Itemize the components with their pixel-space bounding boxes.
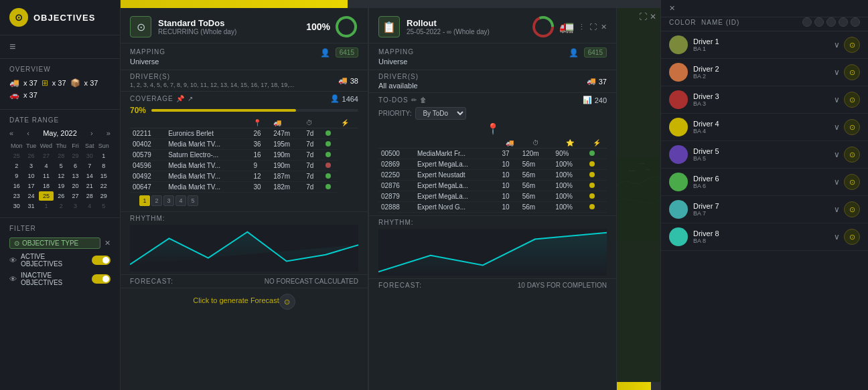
cal-day[interactable]: 25 (9, 151, 24, 161)
cal-prev-prev[interactable]: « (9, 129, 13, 137)
cal-day[interactable]: 12 (54, 171, 68, 181)
priority-select[interactable]: By ToDo By Driver By Date (415, 107, 466, 120)
todo-row[interactable]: 00500 MediaMarkt Fr... 37 120m 90% (378, 149, 607, 159)
coverage-row[interactable]: 00402 Media Markt TV... 36 195m 7d (130, 139, 358, 150)
cal-day[interactable]: 8 (97, 161, 111, 171)
trash-icon[interactable]: 🗑 (420, 96, 427, 104)
cal-day[interactable]: 28 (83, 191, 96, 201)
generate-forecast-btn[interactable]: Click to generate Forecast ⊙ (121, 288, 368, 312)
expand-icon[interactable]: ∨ (834, 122, 840, 132)
map-expand-icon[interactable]: ⛶ (639, 12, 647, 21)
cal-day[interactable]: 29 (97, 191, 111, 201)
cal-day[interactable]: 1 (97, 151, 111, 161)
driver-row[interactable]: Driver 4 BA 4 ∨ ⊙ (661, 114, 868, 141)
driver-action-icon[interactable]: ⊙ (844, 92, 860, 108)
coverage-row[interactable]: 02211 Euronics Berlet 26 247m 7d (130, 128, 358, 139)
cal-day[interactable]: 18 (39, 181, 54, 191)
page-3[interactable]: 3 (163, 195, 174, 206)
page-4[interactable]: 4 (175, 195, 186, 206)
cal-day[interactable]: 3 (25, 161, 38, 171)
cal-day[interactable]: 5 (54, 161, 68, 171)
cal-day[interactable]: 27 (39, 151, 54, 161)
cal-day[interactable]: 22 (97, 181, 111, 191)
expand-icon[interactable]: ∨ (834, 205, 840, 214)
active-objectives-toggle[interactable] (92, 256, 111, 265)
driver-row[interactable]: Driver 7 BA 7 ∨ ⊙ (661, 196, 868, 223)
driver-action-icon[interactable]: ⊙ (844, 229, 860, 245)
cal-day[interactable]: 31 (25, 201, 38, 211)
close-right-icon[interactable]: ✕ (669, 4, 675, 13)
driver-action-icon[interactable]: ⊙ (844, 174, 860, 190)
cal-day[interactable]: 1 (39, 201, 54, 211)
cal-day[interactable]: 16 (9, 181, 24, 191)
objective-type-tag[interactable]: ⊙ OBJECTIVE TYPE (9, 237, 100, 249)
cal-day[interactable]: 3 (68, 201, 82, 211)
cal-day[interactable]: 14 (83, 171, 96, 181)
page-5[interactable]: 5 (188, 195, 198, 206)
cal-day[interactable]: 11 (39, 171, 54, 181)
page-2[interactable]: 2 (151, 195, 162, 206)
expand-icon[interactable]: ∨ (834, 95, 840, 104)
map-close-icon[interactable]: ✕ (650, 12, 656, 21)
coverage-row[interactable]: 00492 Media Markt TV... 12 187m 7d (130, 171, 358, 182)
menu-button[interactable]: ≡ (0, 35, 120, 59)
more-btn[interactable]: ⋮ (578, 23, 585, 31)
cal-day[interactable]: 7 (83, 161, 96, 171)
cal-day[interactable]: 30 (83, 151, 96, 161)
expand-icon[interactable]: ∨ (834, 150, 840, 159)
cal-day[interactable]: 4 (39, 161, 54, 171)
expand-icon[interactable]: ∨ (834, 232, 840, 241)
cal-day[interactable]: 26 (25, 151, 38, 161)
todo-row[interactable]: 02876 Expert MegaLa... 10 56m 100% (378, 181, 607, 191)
cal-day[interactable]: 9 (9, 171, 24, 181)
cal-day[interactable]: 24 (25, 191, 38, 201)
coverage-row[interactable]: 00579 Saturn Electro-... 16 190m 7d (130, 150, 358, 161)
driver-action-icon[interactable]: ⊙ (844, 37, 860, 53)
cal-day[interactable]: 28 (54, 151, 68, 161)
close-btn[interactable]: ✕ (601, 23, 607, 31)
cal-next-next[interactable]: » (106, 129, 111, 137)
expand-icon[interactable]: ∨ (834, 40, 840, 50)
fullscreen-btn[interactable]: ⛶ (589, 23, 597, 31)
cal-day[interactable]: 6 (68, 161, 82, 171)
cal-day[interactable]: 19 (54, 181, 68, 191)
driver-action-icon[interactable]: ⊙ (844, 119, 860, 135)
cal-day[interactable]: 29 (68, 151, 82, 161)
cal-day-today[interactable]: 25 (39, 191, 54, 201)
cal-day[interactable]: 20 (68, 181, 82, 191)
cal-day[interactable]: 30 (9, 201, 24, 211)
coverage-row[interactable]: 00647 Media Markt TV... 30 182m 7d (130, 182, 358, 193)
todo-row[interactable]: 02879 Expert MegaLa... 10 56m 100% (378, 191, 607, 202)
cal-day[interactable]: 10 (25, 171, 38, 181)
driver-row[interactable]: Driver 1 BA 1 ∨ ⊙ (661, 31, 868, 59)
edit-icon[interactable]: ✏ (411, 96, 417, 104)
expand-icon[interactable]: ∨ (834, 177, 840, 187)
cal-day[interactable]: 13 (68, 171, 82, 181)
objective-type-filter[interactable]: ⊙ OBJECTIVE TYPE ✕ (9, 237, 111, 249)
cal-day[interactable]: 2 (54, 201, 68, 211)
driver-row[interactable]: Driver 2 BA 2 ∨ ⊙ (661, 59, 868, 86)
cal-day[interactable]: 5 (97, 201, 111, 211)
expand-icon[interactable]: ∨ (834, 68, 840, 77)
driver-row[interactable]: Driver 8 BA 8 ∨ ⊙ (661, 223, 868, 251)
driver-row[interactable]: Driver 5 BA 5 ∨ ⊙ (661, 141, 868, 169)
todo-row[interactable]: 02869 Expert MegaLa... 10 56m 100% (378, 159, 607, 170)
cal-day[interactable]: 21 (83, 181, 96, 191)
todo-row[interactable]: 02250 Expert Neustadt 10 56m 100% (378, 170, 607, 181)
cal-day[interactable]: 2 (9, 161, 24, 171)
driver-action-icon[interactable]: ⊙ (844, 64, 860, 80)
remove-filter-icon[interactable]: ✕ (104, 239, 111, 248)
cal-day[interactable]: 23 (9, 191, 24, 201)
coverage-row[interactable]: 04596 Media Markt TV... 9 190m 7d (130, 161, 358, 171)
driver-row[interactable]: Driver 6 BA 6 ∨ ⊙ (661, 169, 868, 196)
cal-day[interactable]: 17 (25, 181, 38, 191)
cal-day[interactable]: 15 (97, 171, 111, 181)
cal-prev[interactable]: ‹ (27, 129, 29, 137)
cal-day[interactable]: 27 (68, 191, 82, 201)
cal-next[interactable]: › (90, 129, 93, 137)
todo-row[interactable]: 02888 Expert Nord G... 10 56m 100% (378, 202, 607, 213)
page-1[interactable]: 1 (139, 195, 150, 206)
cal-day[interactable]: 26 (54, 191, 68, 201)
driver-action-icon[interactable]: ⊙ (844, 147, 860, 163)
cal-day[interactable]: 4 (83, 201, 96, 211)
